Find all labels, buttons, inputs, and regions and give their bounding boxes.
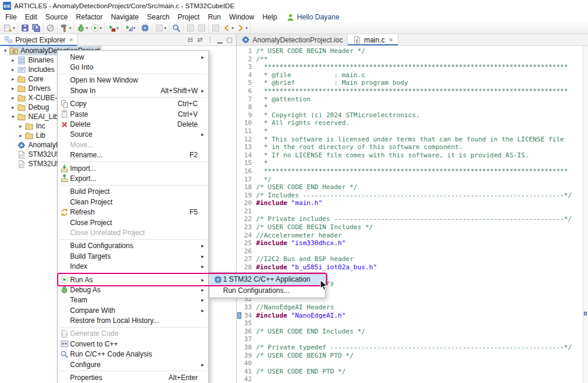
link-with-editor-icon[interactable]: ⇄ <box>197 36 202 44</box>
menu-item-label: Convert to C++ <box>70 340 198 348</box>
dropdown-caret-icon[interactable]: ▾ <box>164 26 167 31</box>
code-text: /* USER CODE END Header */ <box>255 183 357 192</box>
external-tools-icon[interactable]: ▾ <box>106 23 120 33</box>
context-menu-item-run-as[interactable]: Run As▸ <box>58 275 208 285</box>
menu-project[interactable]: Project <box>174 12 204 22</box>
line-number: 15 <box>242 159 255 167</box>
context-menu-item-open-in-new-window[interactable]: Open in New Window <box>58 75 208 85</box>
last-edit-location-icon[interactable] <box>210 23 221 33</box>
search-icon[interactable] <box>171 23 182 33</box>
context-menu-item-go-into[interactable]: Go Into <box>58 62 208 72</box>
tab-label: AnomalyDetectionProject.ioc <box>253 36 343 44</box>
context-menu-item-run-c-c-code-analysis[interactable]: Run C/C++ Code Analysis <box>58 349 208 359</box>
skip-all-breakpoints-icon[interactable] <box>45 23 56 33</box>
view-menu-icon[interactable]: ⋮ <box>207 36 213 44</box>
project-explorer-tab[interactable]: Project Explorer × <box>0 34 78 46</box>
context-menu-item-paste[interactable]: PasteCtrl+V <box>58 109 208 119</box>
context-menu-item-new[interactable]: New▸ <box>58 52 208 62</box>
dropdown-caret-icon[interactable]: ▾ <box>245 26 248 31</box>
dropdown-caret-icon[interactable]: ▾ <box>100 26 102 31</box>
context-menu-item-configure[interactable]: Configure▸ <box>58 359 208 369</box>
close-view-icon[interactable]: × <box>69 36 73 44</box>
show-annotations-icon[interactable] <box>196 23 207 33</box>
context-menu-item-index[interactable]: Index▸ <box>58 261 208 271</box>
menu-window[interactable]: Window <box>225 12 258 22</box>
minimize-icon[interactable]: ▁ <box>217 36 222 44</box>
flash-programmer-icon[interactable] <box>139 23 151 33</box>
menu-item-label: Build Project <box>70 187 198 196</box>
menu-item-label: Run As <box>70 276 198 284</box>
menu-search[interactable]: Search <box>143 12 174 22</box>
dropdown-caret-icon[interactable]: ▾ <box>134 26 136 31</box>
profile-icon[interactable]: ▾ <box>123 23 137 33</box>
back-icon[interactable]: ▾ <box>221 23 235 33</box>
dropdown-caret-icon[interactable]: ▾ <box>69 26 72 31</box>
context-menu-item-build-targets[interactable]: Build Targets▸ <box>58 251 208 261</box>
annotation-ruler <box>237 79 242 87</box>
run-as-submenu-item-run-configurations[interactable]: Run Configurations... <box>210 285 324 296</box>
menu-edit[interactable]: Edit <box>21 12 41 22</box>
context-menu-item-convert-to-c[interactable]: ++Convert to C++ <box>58 339 208 349</box>
collapse-all-icon[interactable]: ⊟ <box>188 36 193 44</box>
context-menu-item-export[interactable]: Export... <box>58 173 208 183</box>
new-wizard-icon[interactable]: ▾ <box>2 23 16 33</box>
editor-tab-anomalydetectionproject-ioc[interactable]: AnomalyDetectionProject.ioc <box>237 34 348 45</box>
save-icon[interactable] <box>19 23 31 33</box>
menu-help[interactable]: Help <box>258 12 281 22</box>
menu-item-label: Export... <box>70 174 198 183</box>
new-c-element-icon[interactable]: ▾ <box>154 23 168 33</box>
context-menu-item-compare-with[interactable]: Compare With▸ <box>58 305 208 315</box>
menu-navigate[interactable]: Navigate <box>107 12 142 22</box>
annotation-ruler <box>237 223 242 232</box>
context-menu-item-build-configurations[interactable]: Build Configurations▸ <box>58 241 208 251</box>
context-menu-item-copy[interactable]: CopyCtrl+C <box>58 99 208 109</box>
run-as-submenu-item-1-stm32-c-c-application[interactable]: 1 STM32 C/C++ Application <box>210 274 324 285</box>
dropdown-caret-icon[interactable]: ▾ <box>232 26 234 31</box>
twisty-icon: ▸ <box>9 76 16 82</box>
menu-refactor[interactable]: Refactor <box>72 12 107 22</box>
line-number: 20 <box>242 199 255 207</box>
context-menu-item-delete[interactable]: DeleteDelete <box>58 119 208 129</box>
menu-file[interactable]: File <box>1 12 21 22</box>
build-icon[interactable]: ▾ <box>59 23 73 33</box>
gencode-icon <box>58 329 70 338</box>
maximize-icon[interactable]: ▢ <box>227 36 232 44</box>
run-icon[interactable]: ▾ <box>89 23 104 33</box>
context-menu-item-rename[interactable]: Rename...F2 <box>58 150 208 160</box>
context-menu-item-clean-project[interactable]: Clean Project <box>58 197 208 207</box>
overview-ruler[interactable] <box>583 46 588 383</box>
forward-icon[interactable]: ▾ <box>235 23 249 33</box>
user-chip[interactable]: Hello Dayane <box>286 13 340 22</box>
context-menu-item-close-project[interactable]: Close Project <box>58 217 208 227</box>
code-text: /* USER CODE END PTD */ <box>255 368 346 376</box>
context-menu-item-close-unrelated-project[interactable]: Close Unrelated Project <box>58 227 208 237</box>
close-tab-icon[interactable]: × <box>389 36 393 44</box>
context-menu-item-generate-code[interactable]: Generate Code <box>58 329 208 339</box>
context-menu-item-move[interactable]: Move... <box>58 140 208 150</box>
context-menu-item-source[interactable]: Source▸ <box>58 130 208 140</box>
menu-item-label: Configure <box>70 361 198 369</box>
context-menu-item-properties[interactable]: PropertiesAlt+Enter <box>58 372 208 382</box>
dropdown-caret-icon[interactable]: ▾ <box>117 26 119 31</box>
submenu-arrow-icon: ▸ <box>201 297 208 303</box>
menu-run[interactable]: Run <box>204 12 225 22</box>
menu-source[interactable]: Source <box>41 12 72 22</box>
annotation-ruler <box>237 328 242 336</box>
context-menu-item-restore-from-local-history[interactable]: Restore from Local History... <box>58 315 208 325</box>
code-editor[interactable]: 1/* USER CODE BEGIN Header */2/**3 *****… <box>237 46 583 383</box>
code-text: * @brief : Main program body <box>255 79 408 87</box>
context-menu-item-import[interactable]: Import... <box>58 163 208 173</box>
dropdown-caret-icon[interactable]: ▾ <box>13 26 15 31</box>
save-all-icon[interactable] <box>31 23 42 33</box>
dropdown-caret-icon[interactable]: ▾ <box>86 26 88 31</box>
toggle-mark-occurrences-icon[interactable] <box>185 23 196 33</box>
context-menu-item-refresh[interactable]: RefreshF5 <box>58 207 208 217</box>
context-menu-item-build-project[interactable]: Build Project <box>58 187 208 197</box>
context-menu-item-show-in[interactable]: Show InAlt+Shift+W▸ <box>58 85 208 95</box>
code-text <box>255 207 256 216</box>
menu-item-label: Compare With <box>70 306 198 315</box>
editor-tab-main-c[interactable]: cmain.c× <box>348 34 398 45</box>
context-menu-item-debug-as[interactable]: Debug As▸ <box>58 285 208 295</box>
debug-icon[interactable]: ▾ <box>75 23 89 33</box>
context-menu-item-team[interactable]: Team▸ <box>58 295 208 305</box>
